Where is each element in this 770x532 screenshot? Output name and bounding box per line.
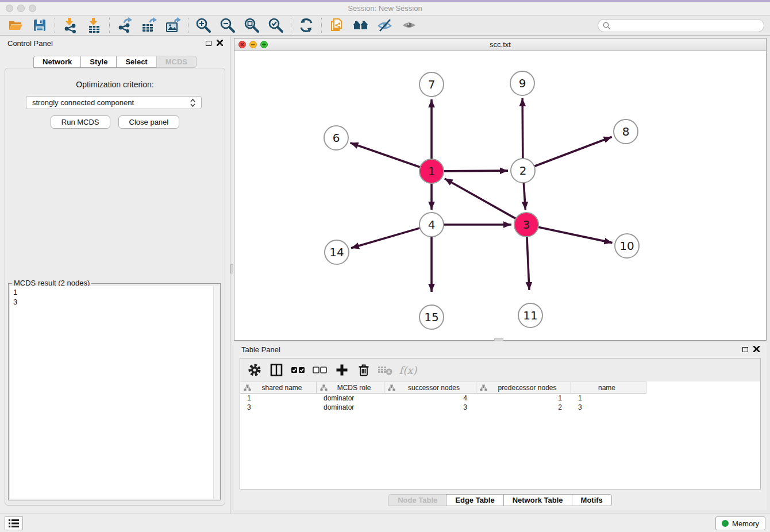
graph-edge-2-8[interactable] — [534, 137, 612, 166]
node-table[interactable]: shared nameMCDS rolesuccessor nodesprede… — [240, 381, 760, 489]
result-scrollbar[interactable] — [213, 286, 219, 499]
tab-style[interactable]: Style — [80, 56, 117, 68]
hierarchy-icon — [480, 384, 487, 391]
import-network-icon[interactable] — [58, 17, 82, 34]
table-panel: Table Panel — [234, 342, 767, 510]
control-panel-title: Control Panel — [7, 39, 53, 48]
horizontal-splitter-handle[interactable] — [494, 338, 503, 341]
cell-MCDS-role[interactable]: dominator — [317, 394, 384, 403]
graph-node-label: 2 — [519, 164, 527, 178]
zoom-out-icon[interactable] — [215, 17, 240, 34]
import-table-icon[interactable] — [82, 17, 106, 34]
search-box[interactable] — [598, 19, 764, 32]
column-header-predecessor-nodes[interactable]: predecessor nodes — [476, 381, 571, 394]
tab-edge-table[interactable]: Edge Table — [446, 494, 503, 506]
save-session-icon[interactable] — [28, 17, 52, 34]
search-input[interactable] — [614, 21, 759, 30]
network-window-title: scc.txt — [234, 40, 766, 49]
close-panel-button[interactable]: Close panel — [118, 115, 180, 129]
show-graphics-icon[interactable] — [397, 17, 421, 34]
cell-successor-nodes[interactable]: 3 — [384, 403, 476, 412]
open-file-icon[interactable] — [3, 17, 28, 34]
graph-edge-3-11[interactable] — [527, 237, 529, 290]
memory-label: Memory — [732, 519, 759, 528]
status-bar: Memory — [0, 514, 770, 532]
network-graph[interactable]: 7968124314101511 — [234, 51, 766, 341]
tab-motifs[interactable]: Motifs — [572, 494, 612, 506]
column-header-MCDS-role[interactable]: MCDS role — [317, 381, 384, 394]
export-network-icon[interactable] — [113, 17, 137, 34]
table-panel-title: Table Panel — [241, 345, 280, 354]
close-panel-icon[interactable] — [217, 39, 223, 48]
cell-predecessor-nodes[interactable]: 1 — [476, 394, 571, 403]
cell-successor-nodes[interactable]: 4 — [384, 394, 476, 403]
column-header-shared-name[interactable]: shared name — [240, 381, 317, 394]
control-panel: Control Panel NetworkStyleSelectMCDS Opt… — [0, 36, 230, 514]
tab-mcds[interactable]: MCDS — [156, 56, 197, 68]
criterion-dropdown[interactable]: strongly connected component — [26, 96, 202, 109]
graph-edge-3-10[interactable] — [538, 227, 613, 242]
tab-network-table[interactable]: Network Table — [503, 494, 572, 506]
graph-edge-2-9[interactable] — [522, 98, 523, 159]
toolbar-separator — [109, 18, 110, 33]
table-toolbar: f(x) — [240, 358, 760, 381]
task-history-button[interactable] — [5, 516, 23, 530]
home-icon[interactable] — [349, 17, 373, 34]
column-header-successor-nodes[interactable]: successor nodes — [384, 381, 476, 394]
hierarchy-icon — [388, 384, 395, 391]
graph-node-label: 6 — [333, 131, 340, 145]
header-filler — [646, 381, 760, 394]
cell-shared-name[interactable]: 3 — [240, 403, 317, 412]
network-canvas[interactable]: 7968124314101511 — [234, 51, 766, 340]
graph-edge-4-14[interactable] — [351, 228, 420, 248]
graph-edge-2-3[interactable] — [523, 183, 525, 210]
tab-node-table[interactable]: Node Table — [388, 494, 446, 506]
mcds-panel: Optimization criterion: strongly connect… — [5, 68, 225, 506]
cell-MCDS-role[interactable]: dominator — [317, 403, 384, 412]
table-row[interactable]: 3dominator323 — [240, 403, 760, 412]
cell-predecessor-nodes[interactable]: 2 — [476, 403, 571, 412]
close-table-panel-icon[interactable] — [753, 345, 760, 354]
graph-edge-1-2[interactable] — [444, 171, 508, 171]
mcds-result-group: MCDS result (2 nodes) 1 3 — [8, 283, 221, 500]
zoom-in-icon[interactable] — [191, 17, 215, 34]
graph-node-label: 8 — [622, 125, 630, 138]
graph-edge-3-1[interactable] — [445, 179, 516, 219]
memory-status-icon — [722, 520, 729, 527]
zoom-fit-icon[interactable] — [240, 17, 264, 34]
graph-node-label: 10 — [619, 239, 634, 253]
window-title: Session: New Session — [0, 4, 770, 13]
refresh-layout-icon[interactable] — [294, 17, 318, 34]
hierarchy-icon — [320, 384, 328, 391]
cell-shared-name[interactable]: 1 — [240, 394, 317, 403]
float-panel-icon[interactable] — [206, 41, 211, 46]
zoom-selected-icon[interactable] — [264, 17, 288, 34]
network-view-window: scc.txt 7968124314101511 — [234, 38, 767, 341]
delete-column-icon[interactable] — [354, 361, 374, 379]
select-all-columns-icon[interactable] — [288, 361, 308, 379]
network-window-titlebar[interactable]: scc.txt — [234, 38, 766, 51]
tab-network[interactable]: Network — [33, 56, 81, 68]
clone-network-icon[interactable] — [325, 17, 349, 34]
table-header-row: shared nameMCDS rolesuccessor nodesprede… — [240, 381, 760, 394]
add-column-icon[interactable] — [332, 361, 352, 379]
toolbar-separator — [55, 18, 55, 33]
graph-node-label: 14 — [329, 245, 344, 259]
table-row[interactable]: 1dominator411 — [240, 394, 760, 403]
memory-button[interactable]: Memory — [715, 516, 765, 530]
table-settings-icon[interactable] — [245, 361, 264, 379]
show-columns-icon[interactable] — [267, 361, 286, 379]
cell-name[interactable]: 3 — [571, 403, 646, 412]
column-header-name[interactable]: name — [571, 381, 646, 394]
cell-name[interactable]: 1 — [571, 394, 646, 403]
vertical-splitter-handle[interactable] — [230, 264, 233, 273]
graph-edge-1-6[interactable] — [351, 143, 421, 167]
run-mcds-button[interactable]: Run MCDS — [51, 115, 110, 129]
delete-table-icon — [376, 361, 395, 379]
hide-graphics-icon[interactable] — [373, 17, 397, 34]
export-table-icon[interactable] — [137, 17, 161, 34]
deselect-all-columns-icon[interactable] — [310, 361, 330, 379]
export-image-icon[interactable] — [161, 17, 185, 34]
float-table-panel-icon[interactable] — [742, 347, 748, 352]
tab-select[interactable]: Select — [116, 56, 156, 68]
